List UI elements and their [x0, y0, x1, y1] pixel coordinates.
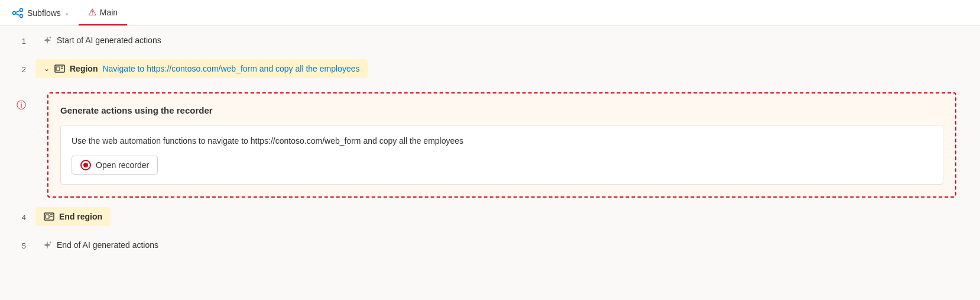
sparkle-icon-2 — [43, 240, 52, 250]
open-recorder-label: Open recorder — [96, 160, 149, 170]
svg-point-0 — [13, 11, 16, 14]
main-tab-label: Main — [100, 8, 118, 17]
region-chevron-icon: ⌄ — [44, 64, 50, 73]
region-header[interactable]: ⌄ Region Navigate to https://contoso.com… — [35, 59, 368, 78]
end-region-item[interactable]: End region — [35, 207, 111, 226]
line-number-2: 2 — [0, 59, 35, 74]
recorder-instruction-box: Use the web automation functions to navi… — [60, 125, 943, 185]
line-number-4: 4 — [0, 207, 35, 222]
region-body-title: Generate actions using the recorder — [60, 105, 943, 115]
top-nav: Subflows ⌄ ⚠ Main — [0, 0, 980, 26]
flow-content-1: Start of AI generated actions — [35, 31, 980, 50]
flow-row-4: 4 End region — [0, 202, 980, 231]
line-number-1: 1 — [0, 31, 35, 46]
line-number-3: ⓘ — [0, 88, 35, 198]
flow-content-4: End region — [35, 207, 980, 226]
record-circle-inner — [83, 163, 88, 167]
region-description: Navigate to https://contoso.com/web_form… — [102, 64, 359, 73]
open-recorder-button[interactable]: Open recorder — [72, 156, 158, 175]
sparkle-icon — [43, 36, 52, 45]
record-circle-icon — [80, 160, 91, 170]
svg-line-3 — [16, 11, 20, 12]
svg-point-2 — [20, 14, 23, 17]
flow-row-3: ⓘ Generate actions using the recorder Us… — [0, 83, 980, 202]
tab-warning-icon: ⚠ — [88, 7, 96, 18]
content-area: 1 Start of AI generated actions 2 ⌄ — [0, 26, 980, 300]
svg-line-4 — [16, 14, 20, 15]
error-indicator: ⓘ — [17, 100, 26, 110]
end-region-label: End region — [59, 212, 102, 221]
region-icon — [54, 64, 65, 73]
flow-row-2: 2 ⌄ Region Navigate to https://contoso.c… — [0, 54, 980, 83]
subflows-icon — [12, 7, 24, 19]
subflows-label: Subflows — [27, 8, 61, 18]
end-ai-label: End of AI generated actions — [57, 240, 158, 250]
svg-rect-6 — [56, 67, 60, 70]
start-ai-actions-item[interactable]: Start of AI generated actions — [35, 31, 968, 50]
recorder-instruction-text: Use the web automation functions to navi… — [72, 135, 932, 147]
svg-point-1 — [20, 8, 23, 11]
main-tab[interactable]: ⚠ Main — [79, 0, 127, 25]
svg-rect-10 — [46, 215, 49, 218]
flow-row-1: 1 Start of AI generated actions — [0, 26, 980, 54]
flow-content-2: ⌄ Region Navigate to https://contoso.com… — [35, 59, 980, 78]
region-body: Generate actions using the recorder Use … — [47, 92, 956, 198]
region-keyword: Region — [70, 64, 98, 73]
flow-content-5: End of AI generated actions — [35, 236, 980, 254]
chevron-down-icon: ⌄ — [64, 9, 69, 16]
subflows-button[interactable]: Subflows ⌄ — [7, 5, 74, 21]
start-ai-label: Start of AI generated actions — [57, 36, 161, 45]
line-number-5: 5 — [0, 236, 35, 250]
flow-row-5: 5 End of AI generated actions — [0, 231, 980, 259]
end-ai-actions-item[interactable]: End of AI generated actions — [35, 236, 968, 254]
end-region-icon — [44, 212, 54, 221]
flow-content-3: Generate actions using the recorder Use … — [35, 88, 980, 198]
